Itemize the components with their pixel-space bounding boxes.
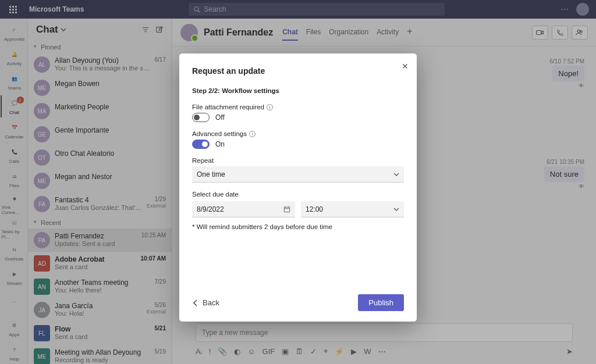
info-icon[interactable]: i [249,131,256,137]
app-root: Microsoft Teams Search ⋯ ✓Approvals🔔Acti… [0,0,596,364]
info-icon[interactable]: i [267,104,273,110]
reminder-note: * Will remind submitters 2 days before d… [192,223,404,230]
calendar-icon [283,206,290,213]
chevron-left-icon [192,299,199,306]
repeat-select[interactable]: One time [192,166,404,183]
chevron-down-icon [393,172,399,177]
request-update-modal: ✕ Request an update Step 2/2: Workflow s… [179,53,417,322]
repeat-label: Repeat [192,157,404,164]
chevron-down-icon [393,206,399,212]
modal-step: Step 2/2: Workflow settings [192,87,404,94]
advanced-settings-state: On [215,140,225,148]
due-time-select[interactable]: 12:00 [301,201,404,217]
file-attachment-state: Off [215,113,225,122]
advanced-settings-label: Advanced settings i [192,130,404,137]
publish-button[interactable]: Publish [358,294,404,311]
modal-overlay: ✕ Request an update Step 2/2: Workflow s… [0,0,596,364]
file-attachment-label: File attachment required i [192,104,404,110]
due-date-input[interactable]: 8/9/2022 [192,201,295,217]
file-attachment-toggle[interactable] [192,113,210,122]
modal-title: Request an update [192,66,404,76]
svg-rect-9 [284,207,289,212]
back-button[interactable]: Back [192,298,219,307]
advanced-settings-toggle[interactable] [192,140,210,149]
close-icon[interactable]: ✕ [402,62,409,71]
due-date-label: Select due date [192,191,404,198]
